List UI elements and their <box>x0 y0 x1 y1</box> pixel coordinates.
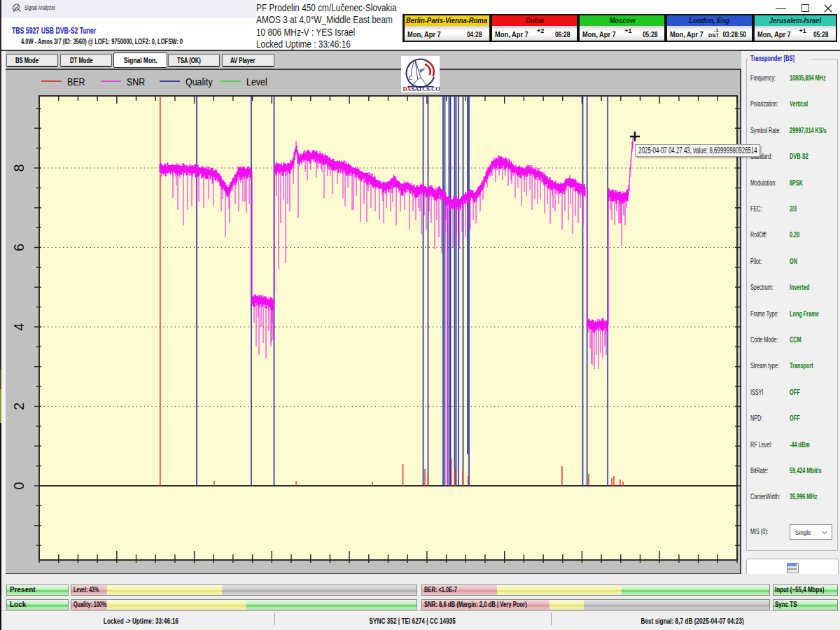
svg-text:4: 4 <box>11 323 27 330</box>
svg-text:6: 6 <box>11 244 27 251</box>
svg-text:0: 0 <box>11 482 27 489</box>
svg-text:DXSATCS.COM: DXSATCS.COM <box>403 86 440 92</box>
svg-text:2: 2 <box>11 402 27 410</box>
svg-text:8: 8 <box>11 164 27 172</box>
